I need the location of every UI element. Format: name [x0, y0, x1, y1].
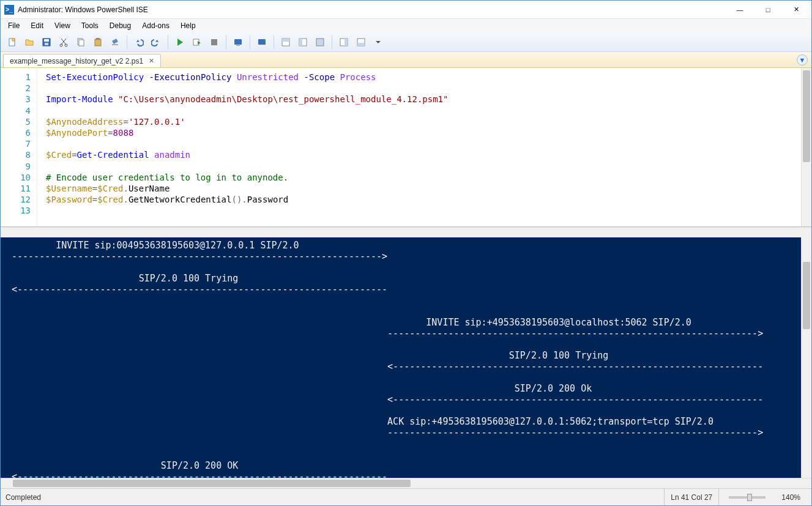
minimize-button[interactable]: —	[726, 1, 754, 19]
tabbar: example_message_history_get_v2 2.ps1 ✕ ▼	[1, 52, 811, 68]
menu-tools[interactable]: Tools	[76, 20, 103, 31]
code-area[interactable]: Set-ExecutionPolicy -ExecutionPolicy Unr…	[37, 68, 801, 226]
console-pane: INVITE sip:004953638195603@127.0.0.1 SIP…	[1, 237, 811, 478]
maximize-button[interactable]: □	[754, 1, 782, 19]
file-tab[interactable]: example_message_history_get_v2 2.ps1 ✕	[3, 54, 161, 67]
console-vscrollbar[interactable]	[801, 237, 811, 478]
redo-button[interactable]	[148, 35, 164, 50]
paste-button[interactable]	[90, 35, 106, 50]
dropdown-button[interactable]	[370, 35, 386, 50]
scrollbar-thumb[interactable]	[803, 70, 810, 162]
run-button[interactable]	[172, 35, 188, 50]
run-selection-button[interactable]	[189, 35, 205, 50]
svg-rect-24	[357, 43, 365, 46]
svg-rect-3	[44, 39, 49, 42]
window-controls: — □ ✕	[726, 1, 810, 19]
scrollbar-thumb[interactable]	[803, 262, 810, 329]
status-left: Completed	[6, 493, 41, 502]
layout-3-button[interactable]	[312, 35, 328, 50]
svg-rect-19	[299, 39, 302, 46]
editor[interactable]: 1 2 3 4 5 6 7 8 9 10 11 12 13 Set-Execut…	[1, 68, 811, 227]
layout-2-button[interactable]	[295, 35, 311, 50]
svg-rect-8	[79, 40, 84, 46]
menubar: FileEditViewToolsDebugAdd-onsHelp	[1, 19, 811, 32]
svg-rect-14	[236, 45, 240, 46]
remote-button[interactable]	[230, 35, 246, 50]
svg-rect-20	[316, 39, 324, 46]
close-button[interactable]: ✕	[782, 1, 810, 19]
toolbar	[1, 32, 811, 52]
zoom-thumb[interactable]	[747, 494, 752, 501]
window-title: Administrator: Windows PowerShell ISE	[18, 6, 726, 14]
editor-vscrollbar[interactable]	[801, 68, 811, 226]
file-tab-label: example_message_history_get_v2 2.ps1	[10, 57, 143, 65]
status-position: Ln 41 Col 27	[664, 489, 718, 505]
svg-rect-13	[234, 39, 242, 45]
new-file-button[interactable]	[4, 35, 20, 50]
tab-close-icon[interactable]: ✕	[147, 57, 155, 65]
undo-button[interactable]	[131, 35, 147, 50]
refresh-icon[interactable]: ▼	[797, 54, 808, 65]
menu-add-ons[interactable]: Add-ons	[137, 20, 174, 31]
menu-view[interactable]: View	[50, 20, 75, 31]
zoom-slider[interactable]	[729, 496, 765, 499]
line-gutter: 1 2 3 4 5 6 7 8 9 10 11 12 13	[1, 68, 37, 226]
show-cmd-addon-button[interactable]	[353, 35, 369, 50]
save-file-button[interactable]	[39, 35, 54, 50]
menu-debug[interactable]: Debug	[105, 20, 136, 31]
svg-rect-12	[211, 39, 217, 45]
status-zoom: 140%	[775, 489, 806, 505]
zoom-control[interactable]	[718, 489, 775, 505]
svg-rect-10	[96, 38, 100, 40]
scrollbar-thumb[interactable]	[13, 480, 411, 487]
svg-rect-9	[95, 39, 101, 46]
svg-rect-17	[282, 39, 289, 42]
menu-help[interactable]: Help	[176, 20, 201, 31]
statusbar: Completed Ln 41 Col 27 140%	[1, 488, 811, 505]
svg-rect-22	[345, 39, 348, 46]
app-icon: >_	[4, 5, 14, 15]
editor-hscrollbar[interactable]	[1, 227, 811, 237]
console-output[interactable]: INVITE sip:004953638195603@127.0.0.1 SIP…	[1, 237, 801, 478]
console-hscrollbar[interactable]	[1, 478, 811, 488]
clear-button[interactable]	[107, 35, 123, 50]
titlebar: >_ Administrator: Windows PowerShell ISE…	[1, 1, 811, 19]
copy-button[interactable]	[73, 35, 89, 50]
svg-rect-4	[45, 43, 48, 45]
svg-rect-1	[12, 39, 15, 41]
open-file-button[interactable]	[21, 35, 37, 50]
cut-button[interactable]	[56, 35, 72, 50]
stop-button[interactable]	[206, 35, 222, 50]
new-remote-tab-button[interactable]	[254, 35, 270, 50]
layout-1-button[interactable]	[278, 35, 294, 50]
menu-file[interactable]: File	[3, 20, 24, 31]
menu-edit[interactable]: Edit	[26, 20, 48, 31]
show-cmd-button[interactable]	[336, 35, 352, 50]
